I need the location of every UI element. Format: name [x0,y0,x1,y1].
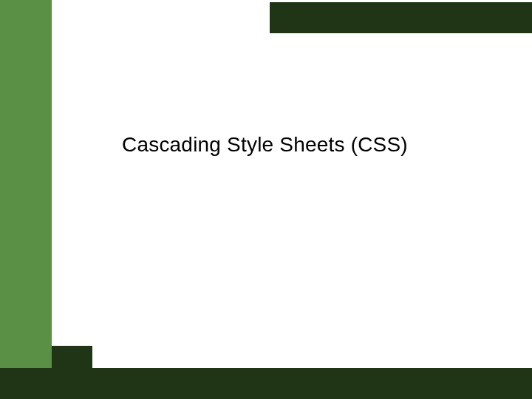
left-sidebar-accent [0,0,52,399]
bottom-bar-step-accent [52,346,92,368]
slide-title: Cascading Style Sheets (CSS) [122,133,408,157]
bottom-bar-accent [0,368,532,399]
top-bar-accent [270,2,532,33]
